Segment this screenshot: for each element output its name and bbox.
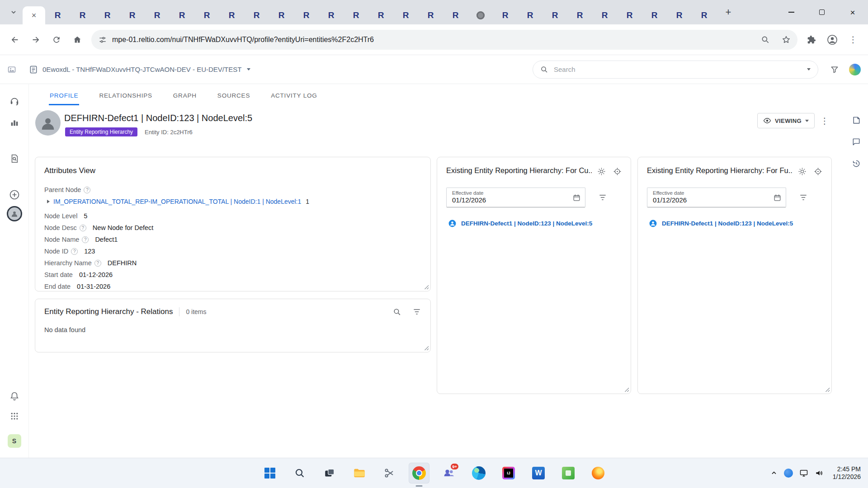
browser-tab[interactable]: R xyxy=(269,7,294,23)
comments-panel-button[interactable] xyxy=(852,137,861,146)
resize-handle[interactable] xyxy=(825,387,830,392)
notes-panel-button[interactable] xyxy=(852,116,861,125)
tab-relationships[interactable]: RELATIONSHIPS xyxy=(98,89,153,105)
forward-button[interactable] xyxy=(26,30,45,49)
resize-handle[interactable] xyxy=(424,284,429,289)
effective-date-field[interactable]: Effective date 01/12/2026 xyxy=(446,188,585,207)
browser-tab[interactable]: R xyxy=(244,7,269,23)
browser-tab[interactable]: R xyxy=(294,7,319,23)
volume-button[interactable] xyxy=(815,469,824,478)
browser-tab[interactable]: R xyxy=(592,7,617,23)
browser-tab[interactable]: R xyxy=(194,7,219,23)
browser-tab[interactable]: R xyxy=(319,7,344,23)
current-profile-button[interactable] xyxy=(6,206,23,222)
search-type-caret-icon[interactable] xyxy=(807,68,811,70)
new-tab-button[interactable]: + xyxy=(721,5,736,19)
chrome-button[interactable] xyxy=(409,463,429,483)
extensions-button[interactable] xyxy=(802,30,821,49)
help-icon[interactable]: ? xyxy=(80,225,86,231)
expand-arrow-icon[interactable] xyxy=(47,200,50,203)
file-explorer-button[interactable] xyxy=(349,463,370,483)
browser-profile-button[interactable] xyxy=(823,30,842,49)
browser-tab[interactable]: R xyxy=(418,7,443,23)
teams-chat-button[interactable]: 9+ xyxy=(439,463,459,483)
bookmark-button[interactable] xyxy=(778,32,794,47)
sun-button[interactable] xyxy=(798,167,807,176)
hidden-icons-button[interactable] xyxy=(770,469,778,477)
taskbar-clock[interactable]: 2:45 PM 1/12/2026 xyxy=(833,465,861,481)
network-button[interactable] xyxy=(799,469,808,478)
green-app-button[interactable] xyxy=(558,463,579,483)
reload-button[interactable] xyxy=(47,30,66,49)
analytics-button[interactable] xyxy=(6,114,23,131)
viewing-mode-button[interactable]: VIEWING xyxy=(757,113,815,128)
browser-tab[interactable] xyxy=(468,7,493,23)
tab-activity-log[interactable]: ACTIVITY LOG xyxy=(270,89,318,105)
home-button[interactable] xyxy=(68,30,87,49)
start-button[interactable] xyxy=(259,463,280,483)
browser-tab[interactable]: R xyxy=(170,7,194,23)
parent-node-link[interactable]: IM_OPERATIONAL_TOTAL_REP-IM_OPERATIONAL_… xyxy=(53,198,301,205)
tenant-selector[interactable]: 0EwoxdL - TNHfFWaDXuvvHTQ-JTCwAON-DEV - … xyxy=(42,66,241,73)
search-input[interactable] xyxy=(554,66,802,73)
tab-graph[interactable]: GRAPH xyxy=(172,89,198,105)
entity-actions-button[interactable]: ⋮ xyxy=(819,113,830,128)
tab-close-icon[interactable]: × xyxy=(32,11,37,19)
resize-handle[interactable] xyxy=(424,345,429,350)
hierarchy-filter-button[interactable] xyxy=(598,193,607,202)
help-icon[interactable]: ? xyxy=(82,236,89,243)
effective-date-field[interactable]: Effective date 01/12/2026 xyxy=(647,188,786,207)
browser-tab[interactable]: R xyxy=(45,7,70,23)
browser-tab[interactable]: R xyxy=(95,7,120,23)
hierarchy-filter-button[interactable] xyxy=(799,193,808,202)
locate-button[interactable] xyxy=(814,167,822,176)
back-button[interactable] xyxy=(5,30,24,49)
maximize-button[interactable] xyxy=(807,0,837,24)
tray-app-icon[interactable] xyxy=(784,469,793,478)
task-view-button[interactable] xyxy=(319,463,340,483)
entity-link[interactable]: DEFHIRN-Defect1 | NodeID:123 | NodeLevel… xyxy=(662,220,793,227)
resize-handle[interactable] xyxy=(624,387,629,392)
minimize-button[interactable] xyxy=(776,0,807,24)
intellij-button[interactable]: IJ xyxy=(498,463,519,483)
zoom-button[interactable] xyxy=(758,32,773,47)
tab-profile[interactable]: PROFILE xyxy=(49,89,79,105)
calendar-button[interactable] xyxy=(773,193,782,202)
browser-tab[interactable]: R xyxy=(368,7,393,23)
effective-date-value[interactable]: 01/12/2026 xyxy=(653,196,769,204)
browser-tab[interactable]: R xyxy=(567,7,592,23)
effective-date-value[interactable]: 01/12/2026 xyxy=(452,196,569,204)
active-browser-tab[interactable]: × xyxy=(23,6,45,24)
calendar-button[interactable] xyxy=(572,193,581,202)
word-button[interactable]: W xyxy=(528,463,549,483)
browser-tab[interactable]: R xyxy=(518,7,542,23)
browser-tab[interactable]: R xyxy=(70,7,95,23)
search-documents-button[interactable] xyxy=(6,150,23,167)
tenant-caret-icon[interactable] xyxy=(247,68,250,70)
user-menu-button[interactable]: S xyxy=(6,433,23,449)
relations-filter-button[interactable] xyxy=(412,307,421,316)
notifications-button[interactable] xyxy=(6,388,23,404)
close-button[interactable]: × xyxy=(837,0,868,24)
support-button[interactable] xyxy=(6,93,23,109)
browser-tab[interactable]: R xyxy=(642,7,667,23)
tab-sources[interactable]: SOURCES xyxy=(217,89,251,105)
url-text[interactable]: mpe-01.reltio.com/nui/TNHfFWaDXuvvHTQ/pr… xyxy=(112,36,752,44)
browser-tab[interactable]: R xyxy=(145,7,170,23)
browser-tab[interactable]: R xyxy=(120,7,145,23)
browser-tab[interactable]: R xyxy=(344,7,368,23)
create-button[interactable] xyxy=(6,187,23,203)
browser-tab[interactable]: R xyxy=(667,7,692,23)
browser-menu-button[interactable]: ⋮ xyxy=(844,30,863,49)
browser-tab[interactable]: R xyxy=(692,7,717,23)
browser-tab[interactable]: R xyxy=(617,7,642,23)
relations-search-button[interactable] xyxy=(393,308,401,316)
browser-tab[interactable]: R xyxy=(219,7,244,23)
orange-app-button[interactable] xyxy=(588,463,609,483)
global-search[interactable] xyxy=(533,61,818,79)
sun-button[interactable] xyxy=(597,167,606,176)
tab-search-button[interactable] xyxy=(6,5,21,19)
taskbar-search-button[interactable] xyxy=(289,463,310,483)
browser-tab[interactable]: R xyxy=(542,7,567,23)
globe-avatar-icon[interactable] xyxy=(849,64,861,75)
